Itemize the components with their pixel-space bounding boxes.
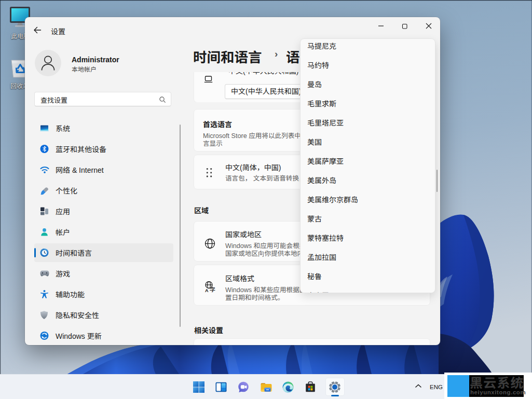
svg-text:A: A [205, 288, 209, 293]
svg-text:字: 字 [210, 285, 216, 292]
